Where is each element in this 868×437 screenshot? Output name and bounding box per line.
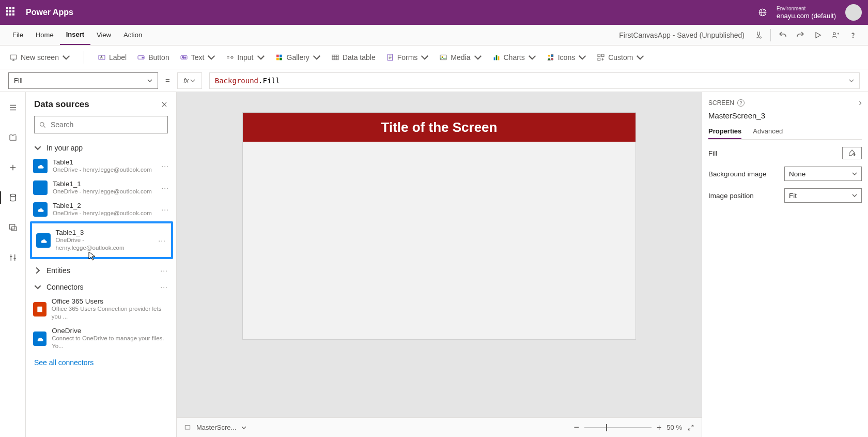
panel-close-icon[interactable] bbox=[161, 101, 168, 108]
menu-bar: File Home Insert View Action FirstCanvas… bbox=[0, 25, 868, 46]
left-rail bbox=[0, 92, 26, 437]
gallery-label: Gallery bbox=[287, 53, 309, 62]
fit-to-window-icon[interactable] bbox=[687, 424, 694, 431]
text-dropdown[interactable]: Abc Text bbox=[180, 53, 216, 62]
environment-icon bbox=[758, 8, 767, 17]
data-source-item[interactable]: Table1_3OneDrive - henry.legge@outlook.c… bbox=[32, 223, 171, 257]
see-all-connectors-link[interactable]: See all connectors bbox=[26, 353, 176, 372]
section-connectors[interactable]: Connectors ··· bbox=[26, 278, 176, 294]
screen-preview[interactable]: Title of the Screen bbox=[243, 113, 636, 339]
zoom-in-button[interactable]: + bbox=[657, 423, 661, 432]
prop-image-position-label: Image position bbox=[708, 192, 754, 200]
menu-view[interactable]: View bbox=[90, 25, 117, 45]
office365-users-icon bbox=[33, 302, 47, 317]
item-more-icon[interactable]: ··· bbox=[161, 162, 169, 170]
help-icon[interactable]: ? bbox=[737, 99, 745, 107]
equals-sign: = bbox=[165, 76, 170, 85]
canvas-footer: MasterScre... − + 50 % bbox=[177, 417, 702, 437]
svg-point-5 bbox=[853, 37, 853, 37]
svg-rect-14 bbox=[280, 54, 282, 57]
canvas-stage[interactable]: Title of the Screen bbox=[177, 92, 702, 417]
menu-file[interactable]: File bbox=[6, 25, 29, 45]
custom-dropdown[interactable]: Custom bbox=[597, 53, 644, 62]
rail-insert-icon[interactable] bbox=[5, 159, 21, 176]
breadcrumb[interactable]: MasterScre... bbox=[196, 424, 236, 431]
menu-home[interactable]: Home bbox=[29, 25, 60, 45]
item-more-icon[interactable]: ··· bbox=[161, 184, 169, 192]
screen-icon bbox=[184, 424, 191, 431]
svg-text:Abc: Abc bbox=[182, 56, 187, 59]
rail-media-icon[interactable] bbox=[5, 219, 21, 236]
svg-marker-3 bbox=[816, 32, 820, 38]
zoom-slider[interactable] bbox=[584, 427, 652, 428]
zoom-out-button[interactable]: − bbox=[574, 422, 580, 433]
svg-point-2 bbox=[760, 37, 761, 38]
input-dropdown[interactable]: Input bbox=[226, 53, 265, 62]
data-source-item[interactable]: Table1_1OneDrive - henry.legge@outlook.c… bbox=[26, 177, 176, 199]
zoom-value: 50 % bbox=[667, 424, 682, 431]
canvas-area: Title of the Screen MasterScre... − + 50… bbox=[177, 92, 702, 437]
breadcrumb-chevron-icon[interactable] bbox=[241, 425, 246, 430]
new-screen-button[interactable]: New screen bbox=[9, 53, 70, 62]
rail-advanced-tools-icon[interactable] bbox=[5, 249, 21, 266]
menu-insert[interactable]: Insert bbox=[60, 25, 90, 45]
share-button[interactable] bbox=[827, 26, 844, 44]
icons-label: Icons bbox=[558, 53, 575, 62]
bg-image-select[interactable]: None bbox=[784, 167, 862, 181]
item-more-icon[interactable]: ··· bbox=[158, 236, 166, 245]
menu-action[interactable]: Action bbox=[117, 25, 148, 45]
redo-button[interactable] bbox=[792, 26, 809, 44]
rail-data-icon[interactable] bbox=[5, 189, 21, 206]
search-input[interactable] bbox=[51, 120, 163, 129]
section-entities[interactable]: Entities ··· bbox=[26, 261, 176, 278]
play-button[interactable] bbox=[809, 26, 827, 44]
environment-picker[interactable]: Environment enayu.com (default) bbox=[777, 5, 836, 20]
forms-dropdown[interactable]: Forms bbox=[386, 53, 429, 62]
fx-button[interactable]: fx bbox=[177, 72, 202, 89]
icons-dropdown[interactable]: Icons bbox=[547, 53, 586, 62]
svg-point-31 bbox=[10, 194, 16, 197]
media-dropdown[interactable]: Media bbox=[439, 53, 482, 62]
image-position-select[interactable]: Fit bbox=[784, 188, 862, 203]
app-checker-icon[interactable] bbox=[750, 26, 767, 44]
top-bar: Power Apps Environment enayu.com (defaul… bbox=[0, 0, 868, 25]
formula-input[interactable]: Background.Fill bbox=[209, 72, 860, 89]
save-status: FirstCanvasApp - Saved (Unpublished) bbox=[619, 31, 745, 39]
tab-advanced[interactable]: Advanced bbox=[753, 124, 783, 139]
svg-rect-36 bbox=[185, 425, 190, 429]
rail-tree-view-icon[interactable] bbox=[5, 129, 21, 146]
app-launcher-icon[interactable] bbox=[6, 7, 17, 18]
prop-bg-image-label: Background image bbox=[708, 170, 767, 178]
forms-label: Forms bbox=[397, 53, 418, 62]
new-screen-label: New screen bbox=[21, 53, 59, 62]
section-more-icon[interactable]: ··· bbox=[160, 283, 168, 291]
tab-properties[interactable]: Properties bbox=[708, 124, 741, 139]
section-in-your-app[interactable]: In your app bbox=[26, 139, 176, 155]
data-table-button[interactable]: Data table bbox=[331, 53, 376, 62]
data-source-item[interactable]: Table1OneDrive - henry.legge@outlook.com… bbox=[26, 155, 176, 177]
collapse-panel-icon[interactable]: › bbox=[859, 97, 862, 108]
fill-color-button[interactable] bbox=[842, 147, 862, 159]
screen-title-bar[interactable]: Title of the Screen bbox=[243, 113, 636, 142]
help-button[interactable] bbox=[844, 26, 862, 44]
svg-rect-35 bbox=[37, 306, 42, 312]
connector-item[interactable]: OneDriveConnect to OneDrive to manage yo… bbox=[26, 324, 176, 353]
charts-dropdown[interactable]: Charts bbox=[492, 53, 536, 62]
app-title: Power Apps bbox=[26, 8, 73, 17]
connector-item[interactable]: Office 365 UsersOffice 365 Users Connect… bbox=[26, 294, 176, 324]
label-label: Label bbox=[109, 53, 127, 62]
label-button[interactable]: Label bbox=[98, 53, 127, 62]
gallery-dropdown[interactable]: Gallery bbox=[275, 53, 321, 62]
item-more-icon[interactable]: ··· bbox=[161, 205, 169, 214]
data-source-item[interactable]: Table1_2OneDrive - henry.legge@outlook.c… bbox=[26, 199, 176, 220]
undo-button[interactable] bbox=[774, 26, 792, 44]
environment-label: Environment bbox=[777, 5, 836, 12]
button-button[interactable]: Button bbox=[137, 53, 169, 62]
property-select[interactable]: Fill bbox=[8, 72, 158, 89]
avatar[interactable] bbox=[845, 4, 862, 21]
rail-hamburger-icon[interactable] bbox=[5, 99, 21, 116]
svg-rect-28 bbox=[598, 54, 600, 57]
svg-rect-30 bbox=[598, 58, 600, 61]
section-more-icon[interactable]: ··· bbox=[160, 266, 168, 275]
search-input-wrap[interactable] bbox=[34, 116, 168, 133]
